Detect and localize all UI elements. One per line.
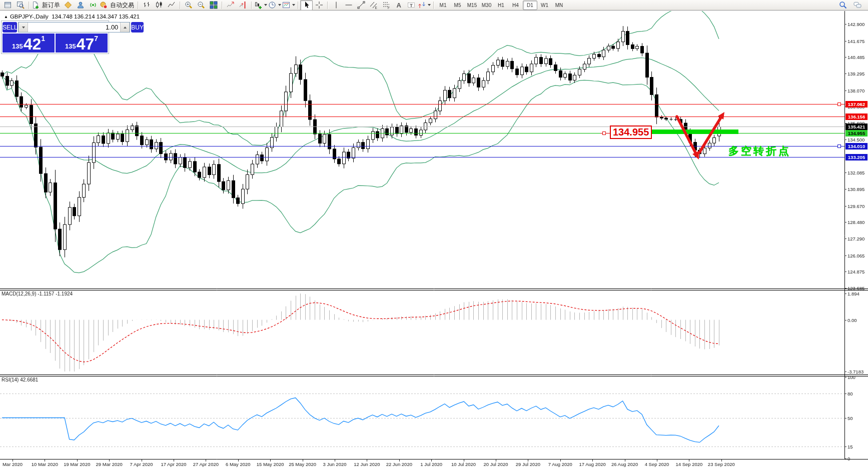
zoom-in-button[interactable] [182, 0, 195, 10]
date-tick-label: 17 Apr 2020 [161, 462, 186, 467]
svg-text:T: T [410, 3, 413, 8]
metaeditor-icon [64, 1, 72, 9]
templates-button[interactable] [282, 0, 296, 10]
equidistant-channel-button[interactable]: E [367, 0, 380, 10]
line-chart-button[interactable] [165, 0, 178, 10]
svg-text:F: F [388, 6, 390, 10]
autotrading-button[interactable]: 自动交易 [99, 0, 136, 10]
price-tick-label: 123.685 [847, 286, 864, 291]
auto-scroll-button[interactable] [224, 0, 237, 10]
fibonacci-button[interactable]: F [380, 0, 392, 10]
text-button[interactable]: A [392, 0, 405, 10]
new-order-button[interactable]: 新订单 [31, 0, 62, 10]
equidistant-channel-icon: E [370, 1, 378, 9]
chevron-down-icon [292, 4, 295, 6]
tf-button-M15[interactable]: M15 [465, 0, 479, 10]
chart-title: ▲GBPJPY-,Daily 134.748 136.214 134.347 1… [4, 14, 140, 20]
crosshair-icon [315, 1, 323, 9]
support-price-label[interactable]: 134.955 [610, 126, 652, 139]
new-chart-button[interactable] [254, 0, 268, 10]
date-tick-label: 29 Mar 2020 [96, 462, 123, 467]
volume-input[interactable] [28, 22, 120, 32]
date-tick-label: 26 Aug 2020 [611, 462, 638, 467]
turning-point-label: 多空转折点 [728, 144, 791, 158]
rsi-tick-label: 50 [847, 416, 853, 421]
zoom-out-icon [197, 1, 205, 9]
date-tick-label: 10 Jul 2020 [451, 462, 476, 467]
volume-decrease-button[interactable] [19, 22, 28, 32]
chat-button[interactable] [851, 0, 863, 10]
new-chart-icon [254, 1, 262, 9]
templates-icon [282, 1, 290, 9]
sell-price-prefix: 135 [12, 42, 23, 50]
toolbar-separator [180, 2, 180, 9]
price-tick-label: 128.480 [847, 220, 864, 225]
tf-button-D1[interactable]: D1 [523, 0, 537, 10]
sell-price-tile[interactable]: 135421 [3, 34, 55, 52]
buy-button[interactable]: BUY [131, 22, 144, 32]
date-tick-label: 4 Sep 2020 [645, 462, 669, 467]
bar-chart-button[interactable] [140, 0, 153, 10]
arrows-button[interactable] [417, 0, 431, 10]
caret-up-icon [124, 26, 127, 28]
caret-down-icon [22, 26, 25, 28]
data-window-button[interactable] [14, 0, 27, 10]
buy-price-sup: 7 [94, 34, 98, 42]
price-badge: 134.010 [845, 143, 867, 150]
chart-canvas[interactable] [0, 0, 868, 469]
chevron-down-icon [428, 4, 431, 6]
market-watch-icon [4, 1, 12, 9]
navigator-button[interactable] [74, 0, 87, 10]
date-tick-label: 17 Aug 2020 [579, 462, 606, 467]
autotrading-icon [100, 1, 108, 9]
toolbar-separator [298, 2, 298, 9]
tf-button-H4[interactable]: H4 [508, 0, 523, 10]
support-zone-bar[interactable] [651, 130, 738, 134]
macd-tick-label: -3.7183 [847, 369, 863, 374]
data-window-icon [17, 1, 25, 9]
trendline-button[interactable] [355, 0, 367, 10]
tf-button-M30[interactable]: M30 [479, 0, 494, 10]
tf-button-H1[interactable]: H1 [494, 0, 508, 10]
market-watch-button[interactable] [2, 0, 14, 10]
text-label-button[interactable]: T [405, 0, 417, 10]
tf-button-M5[interactable]: M5 [450, 0, 465, 10]
date-tick-label: 15 May 2020 [257, 462, 284, 467]
price-tick-label: 132.085 [847, 170, 864, 176]
rsi-tick-label: 0 [847, 456, 850, 462]
horizontal-line-button[interactable] [342, 0, 355, 10]
chart-expand-icon: ▲ [4, 14, 8, 19]
search-button[interactable] [836, 0, 849, 10]
macd-tick-label: 0.00 [847, 318, 857, 323]
chart-shift-button[interactable] [237, 0, 249, 10]
zoom-in-icon [185, 1, 193, 9]
date-tick-label: 10 Mar 2020 [32, 462, 58, 467]
buy-price-prefix: 135 [65, 42, 76, 50]
vertical-line-button[interactable] [330, 0, 342, 10]
cursor-icon [303, 1, 311, 9]
tf-button-M1[interactable]: M1 [436, 0, 450, 10]
signals-button[interactable] [87, 0, 99, 10]
date-tick-label: 25 May 2020 [289, 462, 316, 467]
candlestick-chart-button[interactable] [153, 0, 165, 10]
metaeditor-button[interactable] [62, 0, 74, 10]
search-icon [839, 1, 847, 9]
buy-price-tile[interactable]: 135477 [56, 34, 108, 52]
volume-increase-button[interactable] [120, 22, 130, 32]
cursor-button[interactable] [300, 0, 313, 10]
text-label-icon: T [407, 1, 415, 9]
date-tick-label: 14 Sep 2020 [675, 462, 702, 467]
tile-windows-button[interactable] [207, 0, 220, 10]
sell-button[interactable]: SELL [3, 22, 17, 32]
toolbar-separator [29, 2, 29, 9]
vertical-line-icon [332, 1, 340, 9]
chat-icon [853, 1, 861, 9]
date-axis: Mar 202010 Mar 202019 Mar 202029 Mar 202… [0, 462, 868, 469]
periods-button[interactable] [268, 0, 282, 10]
tf-button-MN[interactable]: MN [552, 0, 566, 10]
zoom-out-button[interactable] [195, 0, 207, 10]
price-tick-label: 127.290 [847, 236, 864, 242]
price-badge: 136.156 [845, 114, 867, 120]
tf-button-W1[interactable]: W1 [537, 0, 552, 10]
crosshair-button[interactable] [313, 0, 325, 10]
